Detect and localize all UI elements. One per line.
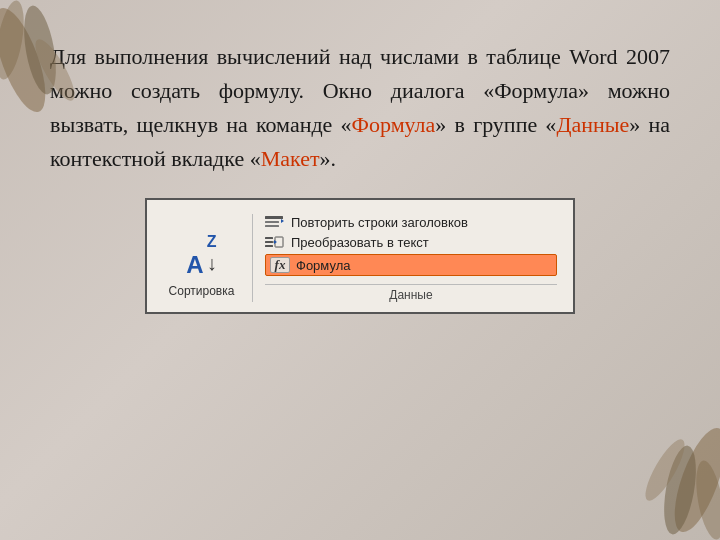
menu-item-repeat-label: Повторить строки заголовков [291,215,468,230]
corner-decor-left [0,0,120,120]
section-label-data: Данные [265,284,557,302]
corner-decor-right [600,420,720,540]
menu-item-repeat: Повторить строки заголовков [265,214,557,230]
svg-rect-9 [265,221,279,223]
convert-text-icon [265,234,285,250]
menu-item-formula-label: Формула [296,258,350,273]
fx-icon: fx [270,257,290,273]
sort-a-letter: A [186,253,203,277]
svg-rect-8 [265,216,283,219]
svg-rect-12 [265,241,273,243]
ui-screenshot-box: A Z ↓ Сортировка Повторить стро [145,198,575,314]
sort-section: A Z ↓ Сортировка [163,214,253,302]
sort-az-icon: A Z ↓ [186,234,216,277]
repeat-rows-icon [265,214,285,230]
highlight-formula-text: Формула [352,112,436,137]
svg-rect-13 [265,245,273,247]
slide-container: Для выполнения вычислений над числами в … [0,0,720,540]
svg-rect-11 [265,237,273,239]
menu-item-formula[interactable]: fx Формула [265,254,557,276]
fx-symbol: fx [270,257,290,273]
svg-rect-10 [265,225,279,227]
highlight-layout-text: Макет [261,146,320,171]
main-text-part4: ». [320,146,337,171]
main-text-paragraph: Для выполнения вычислений над числами в … [50,40,670,176]
sort-z-letter: Z [207,234,217,250]
sort-down-arrow: ↓ [207,252,217,275]
highlight-data-text: Данные [556,112,629,137]
menu-item-convert: Преобразовать в текст [265,234,557,250]
main-text-part2: » в группе « [435,112,556,137]
menu-item-convert-label: Преобразовать в текст [291,235,429,250]
data-group-section: Повторить строки заголовков Преобразоват… [253,214,557,302]
sort-label-text: Сортировка [169,284,235,298]
